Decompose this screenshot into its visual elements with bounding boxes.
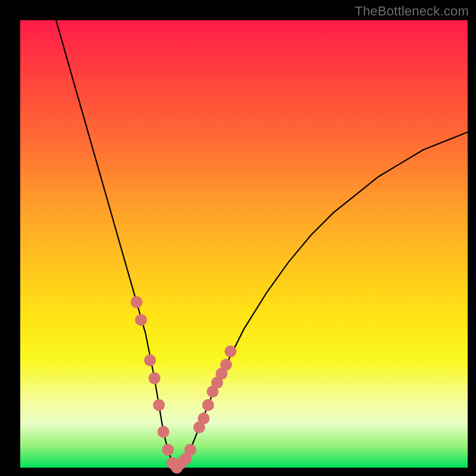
bottleneck-curve [20,20,468,468]
marker-dot [149,372,161,384]
marker-dot [198,412,209,424]
marker-dot [224,346,236,358]
marker-dot [144,355,156,367]
marker-dot [184,444,196,456]
marker-dot [220,359,232,371]
highlight-dots [131,296,237,474]
marker-dot [158,426,170,438]
marker-dot [202,399,214,411]
watermark-text: TheBottleneck.com [355,4,469,19]
curve-line [56,20,468,468]
marker-dot [135,314,147,326]
plot-area [20,20,468,468]
chart-frame: TheBottleneck.com [0,0,476,476]
marker-dot [162,444,174,456]
marker-dot [131,296,143,308]
marker-dot [153,399,165,411]
